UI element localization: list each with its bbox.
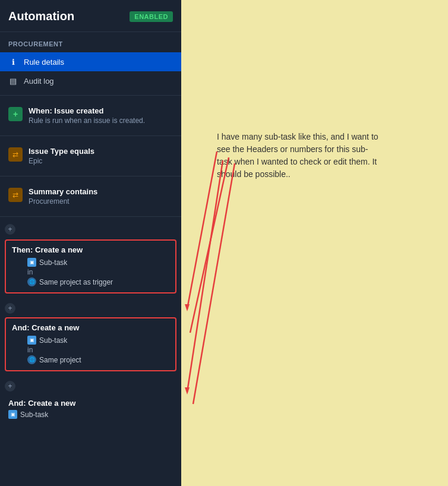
sidebar-item-audit-log[interactable]: ▤ Audit log [0,71,181,90]
and-type-label-3: Sub-task [20,411,48,419]
rule-when-issue-created[interactable]: + When: Issue created Rule is run when a… [0,100,181,131]
action-then-create-1[interactable]: Then: Create a new ▣ Sub-task in 🌐 Same … [5,239,176,294]
nav-label-rule-details: Rule details [24,58,64,67]
subtask-icon-2: ▣ [27,336,36,345]
spacer-1 [0,296,181,302]
and-type-label-2: Sub-task [39,336,67,345]
and-body-2: ▣ Sub-task in 🌐 Same project [12,332,169,364]
divider-2 [0,135,181,136]
annotation-text: I have many sub-task like this, and I wa… [217,131,383,181]
then-type-row-1: ▣ Sub-task [27,258,169,267]
globe-icon-1: 🌐 [27,277,36,286]
rule-title-summary: Summary contains [29,187,173,196]
then-title-1: Then: Create a new [12,245,83,254]
and-add-button-2[interactable]: + [5,303,15,314]
rule-content-when: When: Issue created Rule is run when an … [29,106,173,125]
arrows-diagram [181,0,448,486]
action-and-create-3[interactable]: And: Create a new ▣ Sub-task [0,393,181,426]
and-add-button-3[interactable]: + [5,381,15,392]
rule-subtitle-summary: Procurement [29,197,173,206]
and-title-3: And: Create a new [8,399,173,408]
in-label-1: in [27,268,33,276]
svg-line-0 [187,152,217,309]
and-in-row-2: in [27,346,169,354]
action-and-create-2[interactable]: And: Create a new ▣ Sub-task in 🌐 Same p… [5,317,176,371]
divider-4 [0,216,181,217]
spacer-2 [0,374,181,380]
and-type-row-2: ▣ Sub-task [27,336,169,345]
svg-line-2 [187,160,223,392]
rule-title-issue-type: Issue Type equals [29,147,173,156]
then-location-row-1: 🌐 Same project as trigger [27,277,169,286]
then-add-button-1[interactable]: + [5,224,15,235]
then-body-1: ▣ Sub-task in 🌐 Same project as trigger [12,254,169,286]
and-title-2: And: Create a new [12,323,79,332]
rule-summary[interactable]: ⇄ Summary contains Procurement [0,181,181,212]
rule-title-when: When: Issue created [29,106,173,115]
rule-content-summary: Summary contains Procurement [29,187,173,206]
subtask-icon-1: ▣ [27,258,36,267]
audit-icon: ▤ [8,76,18,86]
rule-issue-type[interactable]: ⇄ Issue Type equals Epic [0,141,181,171]
rule-subtitle-issue-type: Epic [29,157,173,165]
and-location-row-2: 🌐 Same project [27,355,169,364]
globe-icon-2: 🌐 [27,355,36,364]
page-title: Automation [8,10,74,23]
then-in-row-1: in [27,268,169,276]
and-location-label-2: Same project [39,356,81,364]
sidebar-header: Automation ENABLED [0,0,181,32]
svg-line-5 [193,163,235,404]
main-content: I have many sub-task like this, and I wa… [181,0,448,486]
section-label: Procurement [0,32,181,52]
sidebar-item-rule-details[interactable]: ℹ Rule details [0,52,181,71]
issue-type-icon: ⇄ [8,147,23,162]
subtask-icon-3: ▣ [8,410,17,419]
status-badge: ENABLED [130,11,173,22]
and-plus-row-2: + [0,302,181,315]
summary-icon: ⇄ [8,188,23,202]
info-icon: ℹ [8,57,18,67]
svg-line-4 [190,157,229,333]
green-plus-icon: + [8,107,23,121]
divider-1 [0,95,181,96]
svg-marker-3 [185,387,190,395]
then-location-label-1: Same project as trigger [39,278,113,286]
nav-label-audit-log: Audit log [24,77,54,86]
and-type-row-3: ▣ Sub-task [8,410,173,419]
and-content-3: And: Create a new ▣ Sub-task [8,399,173,420]
sidebar: Automation ENABLED Procurement ℹ Rule de… [0,0,181,486]
in-label-2: in [27,346,33,354]
then-plus-row-1: + [0,222,181,237]
rule-subtitle-when: Rule is run when an issue is created. [29,116,173,125]
rule-content-issue-type: Issue Type equals Epic [29,147,173,165]
svg-marker-1 [185,304,190,311]
and-plus-row-3: + [0,380,181,393]
divider-3 [0,176,181,176]
then-type-label-1: Sub-task [39,258,67,267]
